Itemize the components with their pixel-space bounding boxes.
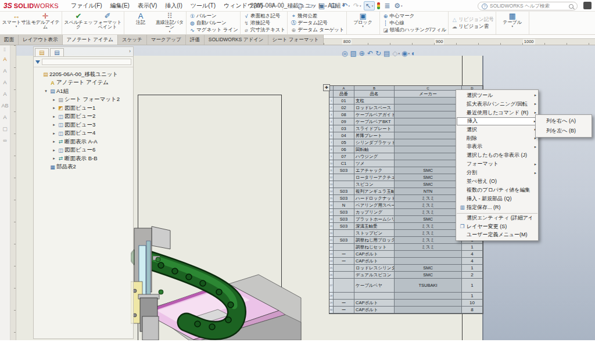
panel-toggle-button[interactable] <box>583 2 592 9</box>
row-number[interactable]: 14 <box>329 188 334 195</box>
annotation-lock-icon[interactable]: A <box>1 111 10 123</box>
file-properties-icon[interactable]: ≣ <box>383 2 392 10</box>
bom-cell-partno[interactable]: 01 <box>334 98 354 104</box>
column-letter[interactable]: B <box>354 86 395 91</box>
bom-cell-maker[interactable] <box>395 293 462 300</box>
context-menu-item[interactable]: 並べ替え (O) <box>457 177 537 186</box>
bom-cell-partno[interactable]: 08 <box>334 111 354 118</box>
bom-cell-partno[interactable]: 02 <box>334 104 354 111</box>
ribbon-button[interactable]: ▣ ブロック ▾ <box>349 12 378 34</box>
menu-item[interactable]: 表示(V) <box>134 1 161 11</box>
bom-cell-partno[interactable]: ー <box>334 251 354 258</box>
column-letter[interactable]: C <box>395 86 462 91</box>
bom-cell-qty[interactable]: 4 <box>462 251 483 258</box>
row-number[interactable]: 17 <box>329 209 334 216</box>
bom-cell-partno[interactable]: 06 <box>334 146 354 153</box>
bom-cell-maker[interactable]: ミスミ <box>395 230 462 237</box>
bom-header-cell[interactable]: 品番 <box>334 91 354 98</box>
bom-cell-maker[interactable] <box>395 98 462 104</box>
row-number[interactable]: 1 <box>329 98 334 104</box>
tree-expander-icon[interactable]: ▸ <box>51 139 57 144</box>
bom-cell-partno[interactable]: S03 <box>334 195 354 202</box>
bom-row[interactable]: 23 ー CAPボルト 4 <box>329 251 483 258</box>
view-settings-icon[interactable]: ◐ <box>411 49 416 57</box>
bom-cell-maker[interactable]: SMC <box>395 216 462 223</box>
bom-cell-name[interactable]: ロータリーアクチュエータ <box>354 174 395 181</box>
context-menu-item[interactable]: ❐ レイヤー変更 (S) <box>457 222 537 231</box>
annotation-icon[interactable]: A <box>1 65 10 77</box>
context-menu-item[interactable]: ユーザー定義メニュー(M) <box>457 230 537 239</box>
bom-cell-name[interactable]: ケーブルベアBKT <box>354 118 395 125</box>
zoom-in-out-icon[interactable]: ⊕ <box>359 49 365 57</box>
text-icon[interactable]: AB <box>1 100 10 111</box>
bom-row[interactable]: 22 調整ねじセット ミスミ 1 <box>329 244 483 251</box>
context-menu-item[interactable]: 選択エンティティ (詳細アイテム684) <box>457 213 537 222</box>
ribbon-button[interactable]: △ リビジョン記号 <box>450 16 494 23</box>
bom-cell-name[interactable]: CAPボルト <box>354 300 395 307</box>
tree-item[interactable]: ▸ ◩ 図面ビュー1 <box>34 104 133 113</box>
tree-item[interactable]: ▾ ▤ A1組 <box>34 87 133 96</box>
bom-cell-name[interactable]: ツメ <box>354 160 395 167</box>
bom-cell-partno[interactable]: S03 <box>334 209 354 216</box>
bom-cell-maker[interactable]: ミスミ <box>395 209 462 216</box>
ribbon-button[interactable]: Ⓐ データム記号 <box>289 20 328 26</box>
zoom-to-fit-icon[interactable]: ◎ <box>342 49 348 57</box>
bom-cell-name[interactable]: ベアリング用スペーサー <box>354 202 395 209</box>
bom-cell-name[interactable]: ロッドレスシリンダ <box>354 265 395 272</box>
ribbon-button[interactable]: ↔ スマート寸法 ▾ <box>2 12 31 34</box>
bom-header-cell[interactable]: 品名 <box>354 91 395 98</box>
context-menu-item[interactable]: 削除 ▸ <box>457 134 537 143</box>
bom-cell-maker[interactable]: ミスミ <box>395 195 462 202</box>
column-letter[interactable]: A <box>334 86 354 91</box>
bom-cell-partno[interactable]: N <box>334 202 354 209</box>
bom-cell-maker[interactable]: ミスミ <box>395 223 462 230</box>
bom-cell-partno[interactable]: 09 <box>334 118 354 125</box>
bom-cell-partno[interactable] <box>334 293 354 300</box>
bom-cell-maker[interactable] <box>395 111 462 118</box>
bom-cell-qty[interactable]: 1 <box>462 265 483 272</box>
bom-cell-name[interactable]: CAPボルト <box>354 251 395 258</box>
bom-cell-maker[interactable] <box>395 125 462 132</box>
ribbon-button[interactable]: ✐ フォーマットペイント <box>93 12 122 34</box>
table-anchor-icon[interactable]: ✚ <box>323 84 330 91</box>
row-number[interactable]: 27 <box>329 279 334 293</box>
bom-cell-maker[interactable]: SMC <box>395 265 462 272</box>
menu-item[interactable]: 挿入(I) <box>161 1 186 11</box>
tree-expander-icon[interactable]: ▸ <box>51 114 57 119</box>
bom-cell-name[interactable]: 昇降プレート <box>354 132 395 139</box>
ribbon-button[interactable]: ✛ モデルアイテム <box>31 12 60 34</box>
panel-expand-arrow-icon[interactable]: › <box>129 48 131 54</box>
toolbar-grip[interactable]: ⣿ <box>3 47 6 51</box>
bom-cell-partno[interactable]: 07 <box>334 153 354 160</box>
bom-cell-qty[interactable]: 10 <box>462 300 483 307</box>
bom-cell-name[interactable]: スピコン <box>354 181 395 188</box>
bom-cell-maker[interactable]: NTN <box>395 188 462 195</box>
tree-item[interactable]: ▸ ◫ 図面ビュー2 <box>34 113 133 121</box>
ribbon-button[interactable]: ⊕ データム ターゲット <box>289 27 344 33</box>
bom-cell-name[interactable]: 支柱 <box>354 98 395 104</box>
context-menu-item[interactable]: 選択したものを非表示 (J) <box>457 151 537 160</box>
bom-cell-name[interactable]: デュアルスピコン <box>354 272 395 279</box>
ribbon-button[interactable]: ◪ 領域のハッチング/フィル <box>382 27 447 33</box>
annotation-import-icon[interactable]: A <box>1 77 10 88</box>
tree-item[interactable]: ▸ ◫ 図面ビュー3 <box>34 121 133 129</box>
bom-cell-maker[interactable] <box>395 153 462 160</box>
featuremanager-tree-tab[interactable]: ▤ <box>35 48 49 56</box>
drawing-view-model[interactable] <box>131 224 302 340</box>
context-menu-item[interactable]: 列を左へ (B) <box>536 126 591 136</box>
bom-cell-maker[interactable] <box>395 160 462 167</box>
bom-cell-maker[interactable] <box>395 132 462 139</box>
bom-cell-qty[interactable]: 1 <box>462 279 483 293</box>
command-tab[interactable]: 評価 <box>186 35 205 45</box>
rotate-view-icon[interactable]: ↻ <box>375 49 382 57</box>
tree-item[interactable]: ▸ ⇄ 断面表示 B-B <box>34 154 133 163</box>
redo-icon[interactable]: ↷▾ <box>352 2 363 10</box>
bom-cell-partno[interactable]: S03 <box>334 216 354 223</box>
bom-cell-name[interactable]: ケーブルベヤ <box>354 279 395 293</box>
bom-cell-name[interactable]: ケーブルベアガイド <box>354 111 395 118</box>
context-menu-item[interactable]: ▥ 指定保存... (R) <box>457 203 537 212</box>
options-gear-icon[interactable]: ⚙▾ <box>393 2 403 10</box>
bom-cell-partno[interactable]: ー <box>334 307 354 313</box>
tree-item[interactable]: ▤ 2205-06A-00_移載ユニット <box>34 70 133 79</box>
row-number[interactable]: 4 <box>329 118 334 125</box>
